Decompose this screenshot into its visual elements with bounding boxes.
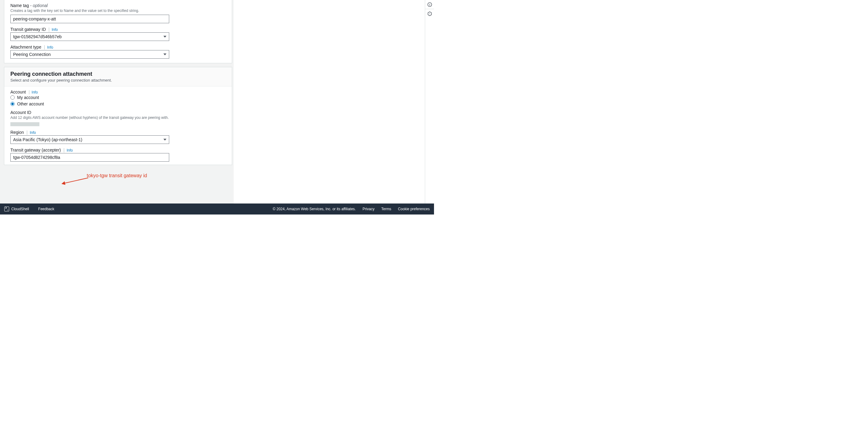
- right-dock: [425, 0, 434, 204]
- security-panel-toggle[interactable]: [425, 9, 434, 18]
- arrow-icon: [62, 177, 90, 186]
- info-link[interactable]: Info: [49, 28, 58, 32]
- radio-other-account[interactable]: Other account: [10, 101, 226, 106]
- radio-icon: [10, 95, 15, 100]
- peering-desc: Select and configure your peering connec…: [10, 78, 226, 83]
- cloudshell-icon: [4, 207, 9, 211]
- peering-panel: Peering connection attachment Select and…: [4, 67, 232, 165]
- copyright-text: © 2024, Amazon Web Services, Inc. or its…: [273, 207, 356, 211]
- details-panel: Name tag - optional Creates a tag with t…: [4, 0, 232, 63]
- caret-down-icon: [163, 54, 166, 55]
- privacy-link[interactable]: Privacy: [363, 207, 374, 211]
- accepter-field: Transit gateway (accepter) Info: [10, 148, 226, 162]
- tgw-id-value: tgw-01582947d546b57eb: [13, 34, 62, 39]
- radio-my-account-label: My account: [17, 95, 39, 100]
- peering-panel-header: Peering connection attachment Select and…: [4, 67, 232, 87]
- svg-point-5: [429, 13, 430, 14]
- feedback-link[interactable]: Feedback: [38, 207, 54, 211]
- optional-suffix: - optional: [30, 3, 48, 8]
- account-label: Account: [10, 90, 26, 94]
- account-id-label: Account ID: [10, 110, 31, 115]
- terms-link[interactable]: Terms: [381, 207, 391, 211]
- tgw-id-select[interactable]: tgw-01582947d546b57eb: [10, 32, 169, 41]
- peering-title: Peering connection attachment: [10, 71, 226, 77]
- attachment-type-value: Peering Connection: [13, 52, 51, 57]
- account-id-help: Add 12 digits AWS account number (withou…: [10, 116, 226, 120]
- account-id-field: Account ID Add 12 digits AWS account num…: [10, 110, 226, 126]
- info-circle-icon: [427, 2, 432, 7]
- radio-icon: [10, 102, 15, 106]
- account-id-input[interactable]: [10, 122, 226, 126]
- redacted-block: [10, 122, 39, 126]
- radio-my-account[interactable]: My account: [10, 95, 226, 100]
- accepter-input[interactable]: [10, 153, 169, 162]
- tgw-id-field: Transit gateway ID Info tgw-01582947d546…: [10, 27, 226, 41]
- info-link[interactable]: Info: [44, 45, 53, 50]
- accepter-label: Transit gateway (accepter): [10, 148, 61, 152]
- cookie-preferences-link[interactable]: Cookie preferences: [398, 207, 430, 211]
- region-select[interactable]: Asia Pacific (Tokyo) (ap-northeast-1): [10, 135, 169, 144]
- info-link[interactable]: Info: [64, 148, 73, 152]
- hexagon-icon: [427, 11, 432, 16]
- attachment-type-select[interactable]: Peering Connection: [10, 50, 169, 59]
- info-link[interactable]: Info: [29, 90, 38, 94]
- svg-point-3: [429, 3, 430, 4]
- name-tag-field: Name tag - optional Creates a tag with t…: [10, 3, 226, 23]
- name-tag-input[interactable]: [10, 15, 169, 23]
- info-panel-toggle[interactable]: [425, 0, 434, 9]
- footer: CloudShell Feedback © 2024, Amazon Web S…: [0, 204, 434, 214]
- attachment-type-label: Attachment type: [10, 44, 41, 50]
- tgw-id-label: Transit gateway ID: [10, 27, 46, 32]
- account-field: Account Info My account Other account: [10, 90, 226, 106]
- region-label: Region: [10, 130, 24, 135]
- name-tag-label: Name tag: [10, 3, 29, 8]
- caret-down-icon: [163, 36, 166, 38]
- cloudshell-link[interactable]: CloudShell: [4, 207, 29, 211]
- radio-other-account-label: Other account: [17, 101, 44, 106]
- attachment-type-field: Attachment type Info Peering Connection: [10, 44, 226, 59]
- info-link[interactable]: Info: [27, 130, 36, 135]
- svg-line-0: [64, 178, 88, 183]
- cloudshell-label: CloudShell: [11, 207, 29, 211]
- caret-down-icon: [163, 139, 166, 141]
- name-tag-help: Creates a tag with the key set to Name a…: [10, 8, 226, 13]
- region-field: Region Info Asia Pacific (Tokyo) (ap-nor…: [10, 130, 226, 144]
- region-value: Asia Pacific (Tokyo) (ap-northeast-1): [13, 137, 82, 142]
- annotation-text: tokyo-tgw transit gateway id: [87, 173, 147, 179]
